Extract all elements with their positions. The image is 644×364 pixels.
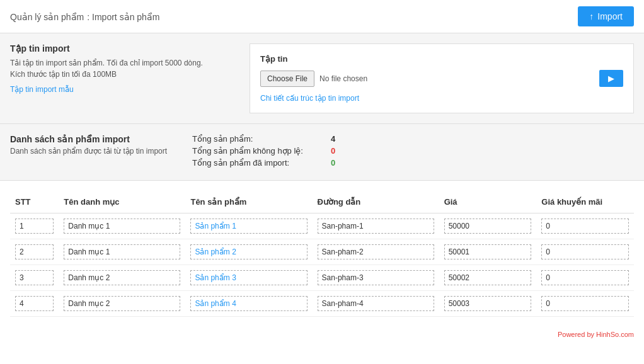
input-danh-muc[interactable] <box>64 270 180 285</box>
cell-san-pham <box>185 239 312 265</box>
cell-san-pham <box>185 265 312 291</box>
stat-row-invalid: Tổng sản phẩm không hợp lệ: 0 <box>192 146 634 156</box>
input-danh-muc[interactable] <box>64 244 180 259</box>
input-stt[interactable] <box>15 270 54 285</box>
powered-label: Powered by HinhSo.com <box>558 331 634 338</box>
cell-gia-km <box>536 239 634 265</box>
list-section: Danh sách sản phẩm import Danh sách sản … <box>0 124 644 181</box>
list-heading: Danh sách sản phẩm import <box>10 134 167 144</box>
stat-value-imported: 0 <box>331 158 335 168</box>
product-table: STT Tên danh mục Tên sản phẩm Đường dẫn … <box>10 191 634 317</box>
cell-duong-dan <box>313 213 439 239</box>
col-gia-km: Giá khuyến mãi <box>536 191 634 213</box>
file-label: Tập tin <box>260 54 623 64</box>
cell-danh-muc <box>59 291 185 317</box>
input-gia[interactable] <box>444 270 532 285</box>
col-gia: Giá <box>439 191 537 213</box>
import-label: Import <box>597 11 623 21</box>
top-bar: Quản lý sản phẩm : Import sản phẩm ↑ Imp… <box>0 0 644 33</box>
input-gia[interactable] <box>444 296 532 311</box>
cell-gia <box>439 291 537 317</box>
input-danh-muc[interactable] <box>64 296 180 311</box>
upload-heading: Tập tin import <box>10 43 237 54</box>
upload-section: Tập tin import Tải tập tin import sản ph… <box>0 33 644 124</box>
table-row <box>10 291 634 317</box>
page-subtitle: : Import sản phẩm <box>87 12 159 22</box>
cell-danh-muc <box>59 213 185 239</box>
next-button[interactable]: ▶ <box>599 70 623 87</box>
input-duong-dan[interactable] <box>318 270 434 285</box>
cell-san-pham <box>185 291 312 317</box>
stat-row-imported: Tổng sản phẩm đã import: 0 <box>192 158 634 168</box>
page-title-main: Quản lý sản phẩm <box>10 12 84 22</box>
col-stt: STT <box>10 191 59 213</box>
input-gia[interactable] <box>444 244 532 259</box>
list-left: Danh sách sản phẩm import Danh sách sản … <box>10 134 167 156</box>
stat-value-total: 4 <box>331 134 335 144</box>
input-gia[interactable] <box>444 219 532 234</box>
upload-left: Tập tin import Tải tập tin import sản ph… <box>10 43 250 113</box>
stat-label-imported: Tổng sản phẩm đã import: <box>192 158 331 168</box>
upload-right: Tập tin Choose File No file chosen ▶ Chi… <box>250 43 634 113</box>
sample-link[interactable]: Tập tin import mẫu <box>10 85 74 94</box>
cell-duong-dan <box>313 265 439 291</box>
detail-link[interactable]: Chi tiết cấu trúc tập tin import <box>260 94 359 103</box>
import-button[interactable]: ↑ Import <box>578 6 634 26</box>
stat-row-total: Tổng sản phẩm: 4 <box>192 134 634 144</box>
choose-file-button[interactable]: Choose File <box>260 71 314 87</box>
upload-desc-line2: Kích thước tập tin tối đa 100MB <box>10 69 237 80</box>
powered-text: Powered by HinhSo.com <box>0 327 644 342</box>
list-stats: Tổng sản phẩm: 4 Tổng sản phẩm không hợp… <box>192 134 634 170</box>
table-row <box>10 239 634 265</box>
stat-label-total: Tổng sản phẩm: <box>192 134 331 144</box>
table-body <box>10 213 634 317</box>
cell-gia <box>439 213 537 239</box>
col-san-pham: Tên sản phẩm <box>185 191 312 213</box>
cell-gia <box>439 239 537 265</box>
input-gia-km[interactable] <box>541 296 629 311</box>
input-stt[interactable] <box>15 296 54 311</box>
input-san-pham[interactable] <box>190 219 307 234</box>
cell-gia-km <box>536 265 634 291</box>
input-stt[interactable] <box>15 244 54 259</box>
input-san-pham[interactable] <box>190 244 307 259</box>
cell-gia-km <box>536 213 634 239</box>
cell-gia <box>439 265 537 291</box>
import-icon: ↑ <box>589 11 594 21</box>
cell-stt <box>10 291 59 317</box>
col-duong-dan: Đường dẫn <box>313 191 439 213</box>
cell-stt <box>10 265 59 291</box>
list-description: Danh sách sản phẩm được tải từ tập tin i… <box>10 147 167 156</box>
cell-stt <box>10 239 59 265</box>
input-danh-muc[interactable] <box>64 219 180 234</box>
input-stt[interactable] <box>15 219 54 234</box>
cell-gia-km <box>536 291 634 317</box>
col-danh-muc: Tên danh mục <box>59 191 185 213</box>
cell-danh-muc <box>59 265 185 291</box>
no-file-text: No file chosen <box>319 74 367 83</box>
cell-san-pham <box>185 213 312 239</box>
table-section: STT Tên danh mục Tên sản phẩm Đường dẫn … <box>0 181 644 327</box>
stat-label-invalid: Tổng sản phẩm không hợp lệ: <box>192 146 331 156</box>
input-duong-dan[interactable] <box>318 244 434 259</box>
table-row <box>10 213 634 239</box>
input-gia-km[interactable] <box>541 270 629 285</box>
cell-duong-dan <box>313 239 439 265</box>
input-duong-dan[interactable] <box>318 296 434 311</box>
stat-value-invalid: 0 <box>331 146 335 156</box>
table-header: STT Tên danh mục Tên sản phẩm Đường dẫn … <box>10 191 634 213</box>
input-san-pham[interactable] <box>190 270 307 285</box>
upload-desc-line1: Tải tập tin import sản phẩm. Tối đa chỉ … <box>10 57 237 69</box>
cell-stt <box>10 213 59 239</box>
input-duong-dan[interactable] <box>318 219 434 234</box>
cell-duong-dan <box>313 291 439 317</box>
input-san-pham[interactable] <box>190 296 307 311</box>
table-row <box>10 265 634 291</box>
input-gia-km[interactable] <box>541 219 629 234</box>
file-input-row: Choose File No file chosen ▶ <box>260 70 623 87</box>
page-title: Quản lý sản phẩm : Import sản phẩm <box>10 10 160 23</box>
input-gia-km[interactable] <box>541 244 629 259</box>
cell-danh-muc <box>59 239 185 265</box>
